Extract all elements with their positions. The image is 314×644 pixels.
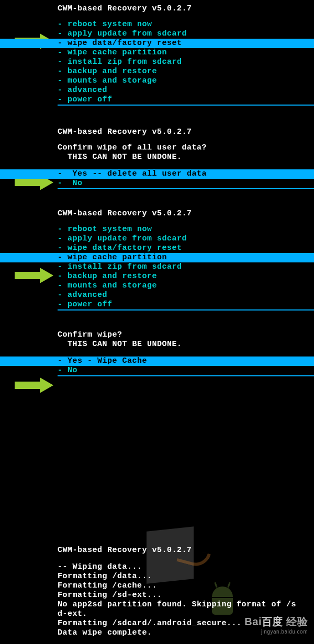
confirm-prompt-line2: THIS CAN NOT BE UNDONE.	[0, 340, 314, 349]
main-menu-2: - reboot system now - apply update from …	[0, 225, 314, 309]
menu-item-install-zip[interactable]: - install zip from sdcard	[58, 262, 314, 272]
menu-item-power-off[interactable]: - power off	[58, 95, 314, 105]
recovery-screen-4: Confirm wipe? THIS CAN NOT BE UNDONE. - …	[0, 310, 314, 376]
log-line: Formatting /sd-ext...	[0, 591, 314, 600]
menu-item-backup-restore[interactable]: - backup and restore	[58, 272, 314, 281]
divider	[58, 375, 314, 376]
main-menu-1: - reboot system now - apply update from …	[0, 20, 314, 105]
menu-item-wipe-data[interactable]: - wipe data/factory reset	[58, 244, 314, 253]
arrow-indicator-4	[15, 377, 55, 393]
recovery-screen-1: CWM-based Recovery v5.0.2.7 - reboot sys…	[0, 0, 314, 106]
confirm-prompt-line1: Confirm wipe of all user data?	[0, 143, 314, 153]
menu-item-advanced[interactable]: - advanced	[58, 291, 314, 300]
watermark-brand: Bai	[244, 616, 262, 627]
confirm-no[interactable]: - No	[58, 179, 314, 188]
log-line: Formatting /cache...	[0, 581, 314, 591]
confirm-yes-wipe-cache[interactable]: - Yes - Wipe Cache	[0, 356, 314, 366]
menu-item-advanced[interactable]: - advanced	[58, 86, 314, 95]
menu-item-apply-update[interactable]: - apply update from sdcard	[58, 29, 314, 39]
menu-item-mounts-storage[interactable]: - mounts and storage	[58, 281, 314, 291]
recovery-screen-2: CWM-based Recovery v5.0.2.7 Confirm wipe…	[0, 106, 314, 189]
menu-item-power-off[interactable]: - power off	[58, 300, 314, 309]
confirm-no[interactable]: - No	[58, 366, 314, 375]
menu-item-reboot[interactable]: - reboot system now	[58, 20, 314, 29]
recovery-title: CWM-based Recovery v5.0.2.7	[0, 128, 314, 137]
recovery-title: CWM-based Recovery v5.0.2.7	[0, 4, 314, 14]
menu-item-apply-update[interactable]: - apply update from sdcard	[58, 234, 314, 244]
log-line: No app2sd partition found. Skipping form…	[0, 600, 314, 610]
menu-item-wipe-data[interactable]: - wipe data/factory reset	[0, 39, 314, 48]
menu-item-mounts-storage[interactable]: - mounts and storage	[58, 76, 314, 86]
recovery-screen-3: CWM-based Recovery v5.0.2.7 - reboot sys…	[0, 189, 314, 310]
watermark-suffix: 经验	[286, 616, 308, 627]
watermark-url: jingyan.baidu.com	[244, 629, 308, 635]
confirm-menu-2: - Yes - Wipe Cache - No	[0, 356, 314, 375]
baidu-watermark: Bai百度 经验 jingyan.baidu.com	[244, 615, 308, 635]
menu-item-wipe-cache[interactable]: - wipe cache partition	[0, 253, 314, 262]
confirm-yes-delete[interactable]: - Yes -- delete all user data	[0, 169, 314, 179]
menu-item-reboot[interactable]: - reboot system now	[58, 225, 314, 234]
confirm-prompt-line2: THIS CAN NOT BE UNDONE.	[0, 153, 314, 162]
log-line: Formatting /data...	[0, 572, 314, 581]
watermark-brand-cn: 百度	[262, 616, 283, 627]
confirm-prompt-line1: Confirm wipe?	[0, 330, 314, 340]
recovery-title: CWM-based Recovery v5.0.2.7	[0, 546, 314, 555]
log-line: -- Wiping data...	[0, 562, 314, 572]
confirm-menu-1: - Yes -- delete all user data - No	[0, 169, 314, 188]
menu-item-install-zip[interactable]: - install zip from sdcard	[58, 58, 314, 67]
menu-item-backup-restore[interactable]: - backup and restore	[58, 67, 314, 76]
menu-item-wipe-cache[interactable]: - wipe cache partition	[58, 48, 314, 58]
recovery-title: CWM-based Recovery v5.0.2.7	[0, 209, 314, 218]
